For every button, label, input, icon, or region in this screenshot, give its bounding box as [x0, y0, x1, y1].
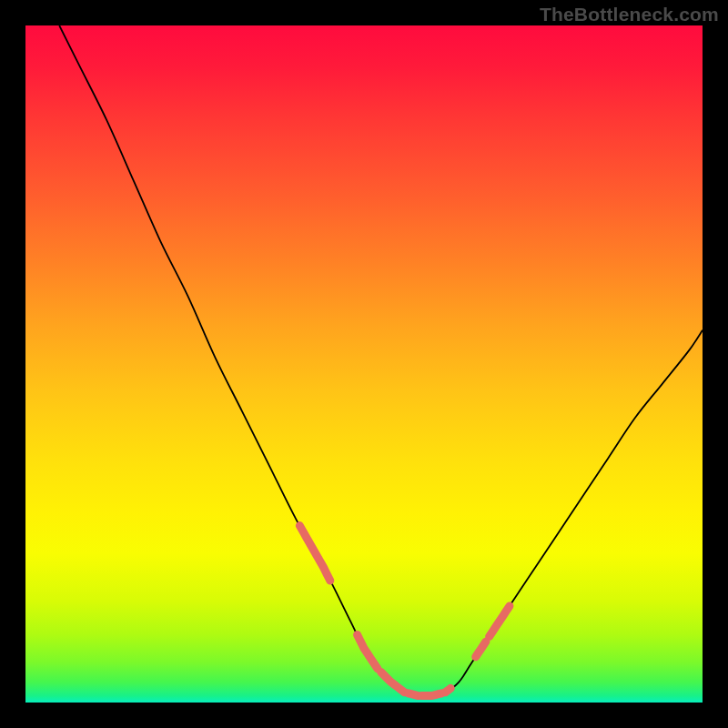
highlight-segment	[421, 693, 441, 696]
highlight-segment	[381, 672, 405, 693]
highlight-segment	[445, 688, 450, 692]
chart-frame: TheBottleneck.com	[0, 0, 728, 728]
plot-area	[25, 25, 703, 703]
highlight-segment	[299, 526, 329, 581]
watermark-text: TheBottleneck.com	[540, 4, 719, 25]
highlight-segment	[408, 693, 418, 696]
highlight-segment	[476, 642, 486, 657]
highlight-segments	[299, 526, 510, 696]
highlight-segment	[358, 635, 378, 669]
highlight-segment	[490, 606, 510, 636]
bottleneck-curve	[59, 25, 703, 696]
curve-overlay	[25, 25, 703, 703]
